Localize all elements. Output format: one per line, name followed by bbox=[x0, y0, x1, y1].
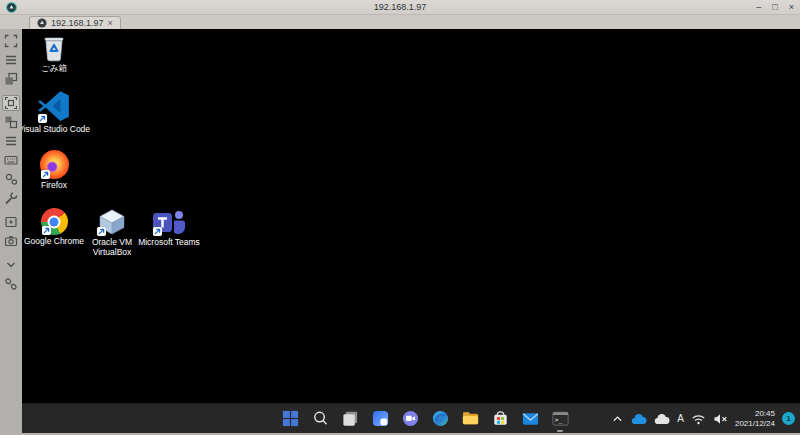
title-bar: 192.168.1.97 – □ × bbox=[0, 0, 800, 15]
scaled-mode-button[interactable] bbox=[2, 114, 20, 130]
maximize-button[interactable]: □ bbox=[772, 3, 777, 12]
running-app-indicator bbox=[557, 430, 563, 432]
windows-logo-icon bbox=[281, 409, 300, 428]
shortcut-arrow-icon bbox=[42, 226, 51, 235]
vscode-icon bbox=[37, 89, 71, 123]
remmina-app-icon bbox=[6, 2, 17, 13]
desktop-icon-label: Firefox bbox=[41, 181, 67, 191]
tab-connection[interactable]: 192.168.1.97 × bbox=[29, 16, 121, 29]
mail-icon bbox=[521, 409, 540, 428]
remmina-window: 192.168.1.97 – □ × 192.168.1.97 × bbox=[0, 0, 800, 435]
chrome-icon bbox=[41, 208, 68, 235]
windows-taskbar: >_ A bbox=[22, 403, 800, 433]
desktop-icon-teams[interactable]: Microsoft Teams bbox=[138, 208, 200, 248]
wifi-icon[interactable] bbox=[691, 413, 706, 425]
window-title: 192.168.1.97 bbox=[0, 2, 800, 12]
shortcut-arrow-icon bbox=[41, 170, 50, 179]
tab-close-icon[interactable]: × bbox=[108, 19, 113, 28]
start-button[interactable] bbox=[278, 405, 302, 433]
tray-expand-chevron-up-icon[interactable] bbox=[611, 413, 624, 424]
search-button[interactable] bbox=[308, 405, 332, 433]
widgets-button[interactable] bbox=[368, 405, 392, 433]
terminal-button[interactable]: >_ bbox=[548, 405, 572, 433]
task-view-icon bbox=[341, 409, 360, 428]
new-tab-button[interactable] bbox=[2, 214, 20, 230]
remote-desktop[interactable]: ごみ箱 Visual Studio Code bbox=[22, 29, 800, 433]
taskbar-center-icons: >_ bbox=[278, 405, 572, 433]
switch-tab-button[interactable] bbox=[2, 71, 20, 87]
desktop-icon-label: Microsoft Teams bbox=[138, 238, 200, 248]
chat-icon bbox=[401, 409, 420, 428]
notification-badge[interactable]: 1 bbox=[782, 412, 795, 425]
search-icon bbox=[311, 409, 330, 428]
fit-window-button[interactable] bbox=[2, 52, 20, 68]
desktop-icon-label: Visual Studio Code bbox=[22, 125, 90, 135]
screenshot-camera-button[interactable] bbox=[2, 233, 20, 249]
store-icon bbox=[491, 409, 510, 428]
task-view-button[interactable] bbox=[338, 405, 362, 433]
minimize-button[interactable]: – bbox=[756, 3, 761, 12]
shortcut-arrow-icon bbox=[97, 227, 106, 236]
shortcut-arrow-icon bbox=[153, 227, 162, 236]
dynamic-resolution-button[interactable] bbox=[2, 95, 20, 111]
desktop-icon-label: Google Chrome bbox=[24, 237, 84, 247]
ime-indicator[interactable]: A bbox=[677, 413, 684, 424]
widgets-icon bbox=[371, 409, 390, 428]
taskbar-clock[interactable]: 20:45 2021/12/24 bbox=[735, 409, 775, 428]
svg-text:>_: >_ bbox=[554, 416, 562, 424]
fullscreen-button[interactable] bbox=[2, 33, 20, 49]
desktop-icon-recycle-bin[interactable]: ごみ箱 bbox=[23, 34, 85, 74]
file-explorer-icon bbox=[461, 409, 480, 428]
desktop-icon-label: Oracle VM VirtualBox bbox=[81, 238, 143, 257]
disconnect-button[interactable] bbox=[2, 276, 20, 292]
tools-wrench-button[interactable] bbox=[2, 190, 20, 206]
volume-muted-icon[interactable] bbox=[713, 413, 728, 425]
cloud-icon[interactable] bbox=[654, 413, 670, 425]
desktop-icon-virtualbox[interactable]: Oracle VM VirtualBox bbox=[81, 208, 143, 257]
preferences-gears-button[interactable] bbox=[2, 171, 20, 187]
desktop-icon-firefox[interactable]: Firefox bbox=[23, 150, 85, 191]
desktop-icon-chrome[interactable]: Google Chrome bbox=[23, 208, 85, 247]
shortcut-arrow-icon bbox=[38, 114, 47, 123]
clock-date: 2021/12/24 bbox=[735, 419, 775, 429]
remmina-tab-icon bbox=[37, 18, 47, 28]
tab-bar: 192.168.1.97 × bbox=[0, 15, 800, 29]
file-explorer-button[interactable] bbox=[458, 405, 482, 433]
keyboard-grab-button[interactable] bbox=[2, 152, 20, 168]
close-button[interactable]: × bbox=[789, 3, 794, 12]
recycle-bin-icon bbox=[41, 34, 67, 62]
teams-icon bbox=[152, 208, 186, 236]
clock-time: 20:45 bbox=[735, 409, 775, 419]
tab-label: 192.168.1.97 bbox=[51, 18, 104, 28]
store-button[interactable] bbox=[488, 405, 512, 433]
virtualbox-icon bbox=[96, 208, 128, 236]
system-tray: A 20:45 2021/12/24 1 bbox=[611, 404, 795, 433]
chat-button[interactable] bbox=[398, 405, 422, 433]
minimize-window-button[interactable] bbox=[2, 257, 20, 273]
onedrive-cloud-icon[interactable] bbox=[631, 413, 647, 425]
remmina-toolbar bbox=[0, 29, 22, 433]
terminal-icon: >_ bbox=[551, 409, 570, 428]
desktop-icon-label: ごみ箱 bbox=[41, 64, 67, 74]
view-options-button[interactable] bbox=[2, 133, 20, 149]
desktop-icon-vscode[interactable]: Visual Studio Code bbox=[23, 89, 85, 135]
firefox-icon bbox=[40, 150, 69, 179]
edge-icon bbox=[431, 409, 450, 428]
edge-button[interactable] bbox=[428, 405, 452, 433]
mail-button[interactable] bbox=[518, 405, 542, 433]
